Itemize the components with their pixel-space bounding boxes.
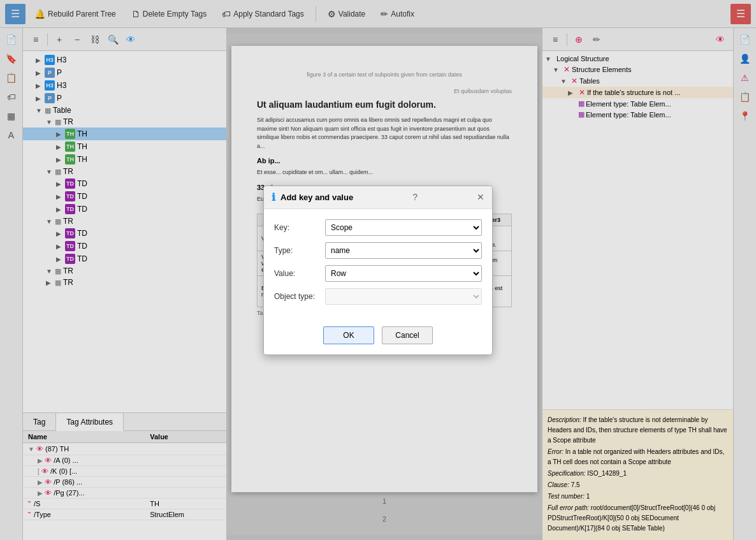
key-row: Key: Scope [274, 219, 482, 236]
ok-button[interactable]: OK [323, 326, 374, 344]
dialog-body: Key: Scope Type: name Value: Row Object … [264, 209, 492, 321]
object-type-row: Object type: [274, 288, 482, 305]
value-select[interactable]: Row [325, 265, 482, 282]
type-label: Type: [274, 246, 325, 255]
add-key-value-dialog: ℹ Add key and value ? ✕ Key: Scope Type:… [263, 186, 493, 355]
type-select[interactable]: name [325, 242, 482, 259]
type-row: Type: name [274, 242, 482, 259]
dialog-question-icon: ? [412, 192, 418, 202]
dialog-buttons: OK Cancel [264, 321, 492, 354]
dialog-titlebar: ℹ Add key and value ? ✕ [264, 186, 492, 209]
object-type-label: Object type: [274, 292, 325, 301]
key-select[interactable]: Scope [325, 219, 482, 236]
key-label: Key: [274, 223, 325, 232]
dialog-overlay: ℹ Add key and value ? ✕ Key: Scope Type:… [0, 0, 756, 540]
object-type-select [325, 288, 482, 305]
value-label: Value: [274, 269, 325, 278]
dialog-info-icon: ℹ [272, 191, 275, 203]
value-row: Value: Row [274, 265, 482, 282]
dialog-close-button[interactable]: ✕ [477, 192, 484, 202]
dialog-title-text: Add key and value [280, 193, 353, 202]
cancel-button[interactable]: Cancel [382, 326, 433, 344]
